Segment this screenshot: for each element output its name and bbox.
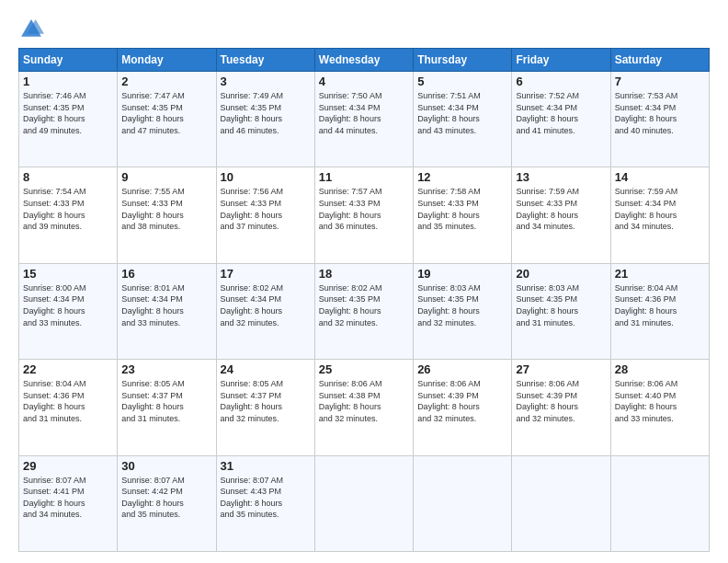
calendar-cell: 9 Sunrise: 7:55 AMSunset: 4:33 PMDayligh…	[118, 167, 216, 263]
cell-text: Sunrise: 7:52 AMSunset: 4:34 PMDaylight:…	[516, 91, 579, 135]
day-number: 8	[23, 170, 113, 184]
cell-text: Sunrise: 7:59 AMSunset: 4:33 PMDaylight:…	[516, 187, 579, 231]
day-number: 5	[417, 75, 507, 88]
day-number: 30	[121, 459, 211, 473]
cell-text: Sunrise: 7:50 AMSunset: 4:34 PMDaylight:…	[319, 91, 382, 135]
calendar-cell: 23 Sunrise: 8:05 AMSunset: 4:37 PMDaylig…	[118, 360, 216, 455]
calendar-cell: 25 Sunrise: 8:06 AMSunset: 4:38 PMDaylig…	[314, 360, 413, 455]
calendar-cell: 29 Sunrise: 8:07 AMSunset: 4:41 PMDaylig…	[19, 455, 118, 551]
cell-text: Sunrise: 8:03 AMSunset: 4:35 PMDaylight:…	[516, 283, 579, 327]
logo	[18, 17, 48, 42]
cell-text: Sunrise: 7:53 AMSunset: 4:34 PMDaylight:…	[615, 91, 678, 135]
calendar-cell: 15 Sunrise: 8:00 AMSunset: 4:34 PMDaylig…	[19, 263, 118, 359]
day-number: 17	[221, 267, 311, 281]
day-number: 24	[221, 362, 311, 376]
cell-text: Sunrise: 8:06 AMSunset: 4:38 PMDaylight:…	[319, 379, 382, 423]
day-number: 19	[417, 267, 507, 281]
cell-text: Sunrise: 8:02 AMSunset: 4:35 PMDaylight:…	[319, 283, 382, 327]
cell-text: Sunrise: 8:07 AMSunset: 4:42 PMDaylight:…	[121, 476, 185, 520]
cell-text: Sunrise: 7:56 AMSunset: 4:33 PMDaylight:…	[221, 187, 284, 231]
day-number: 23	[121, 362, 211, 376]
day-number: 27	[516, 362, 606, 376]
cell-text: Sunrise: 7:59 AMSunset: 4:34 PMDaylight:…	[615, 187, 678, 231]
calendar-cell	[610, 455, 709, 551]
calendar-cell: 16 Sunrise: 8:01 AMSunset: 4:34 PMDaylig…	[118, 263, 216, 359]
day-number: 13	[516, 170, 606, 184]
calendar-cell: 24 Sunrise: 8:05 AMSunset: 4:37 PMDaylig…	[216, 360, 314, 455]
calendar-cell	[512, 455, 610, 551]
cell-text: Sunrise: 8:07 AMSunset: 4:43 PMDaylight:…	[221, 476, 284, 520]
cell-text: Sunrise: 7:47 AMSunset: 4:35 PMDaylight:…	[121, 91, 185, 135]
calendar-cell: 8 Sunrise: 7:54 AMSunset: 4:33 PMDayligh…	[19, 167, 118, 263]
calendar-cell: 6 Sunrise: 7:52 AMSunset: 4:34 PMDayligh…	[512, 72, 610, 167]
day-number: 10	[221, 170, 311, 184]
cell-text: Sunrise: 8:05 AMSunset: 4:37 PMDaylight:…	[121, 379, 185, 423]
calendar-cell: 18 Sunrise: 8:02 AMSunset: 4:35 PMDaylig…	[314, 263, 413, 359]
calendar-cell: 22 Sunrise: 8:04 AMSunset: 4:36 PMDaylig…	[19, 360, 118, 455]
calendar-cell: 30 Sunrise: 8:07 AMSunset: 4:42 PMDaylig…	[118, 455, 216, 551]
day-header-wednesday: Wednesday	[314, 49, 413, 72]
day-number: 6	[516, 75, 606, 88]
cell-text: Sunrise: 7:46 AMSunset: 4:35 PMDaylight:…	[23, 91, 86, 135]
calendar-week-2: 8 Sunrise: 7:54 AMSunset: 4:33 PMDayligh…	[19, 167, 710, 263]
cell-text: Sunrise: 8:06 AMSunset: 4:40 PMDaylight:…	[615, 379, 678, 423]
day-number: 18	[319, 267, 409, 281]
day-header-monday: Monday	[118, 49, 216, 72]
cell-text: Sunrise: 8:02 AMSunset: 4:34 PMDaylight:…	[221, 283, 284, 327]
cell-text: Sunrise: 8:00 AMSunset: 4:34 PMDaylight:…	[23, 283, 86, 327]
day-number: 22	[23, 362, 113, 376]
day-number: 14	[615, 170, 705, 184]
calendar-cell: 28 Sunrise: 8:06 AMSunset: 4:40 PMDaylig…	[610, 360, 709, 455]
day-number: 11	[319, 170, 409, 184]
day-header-friday: Friday	[512, 49, 610, 72]
cell-text: Sunrise: 7:58 AMSunset: 4:33 PMDaylight:…	[417, 187, 481, 231]
calendar-cell	[414, 455, 512, 551]
calendar-table: SundayMondayTuesdayWednesdayThursdayFrid…	[18, 48, 710, 552]
cell-text: Sunrise: 7:55 AMSunset: 4:33 PMDaylight:…	[121, 187, 185, 231]
header-row: SundayMondayTuesdayWednesdayThursdayFrid…	[19, 49, 710, 72]
cell-text: Sunrise: 8:04 AMSunset: 4:36 PMDaylight:…	[615, 283, 678, 327]
day-number: 15	[23, 267, 113, 281]
cell-text: Sunrise: 8:06 AMSunset: 4:39 PMDaylight:…	[516, 379, 579, 423]
calendar-cell: 12 Sunrise: 7:58 AMSunset: 4:33 PMDaylig…	[414, 167, 512, 263]
calendar-cell: 10 Sunrise: 7:56 AMSunset: 4:33 PMDaylig…	[216, 167, 314, 263]
calendar-cell: 1 Sunrise: 7:46 AMSunset: 4:35 PMDayligh…	[19, 72, 118, 167]
day-number: 9	[121, 170, 211, 184]
calendar-week-4: 22 Sunrise: 8:04 AMSunset: 4:36 PMDaylig…	[19, 360, 710, 455]
cell-text: Sunrise: 8:06 AMSunset: 4:39 PMDaylight:…	[417, 379, 481, 423]
cell-text: Sunrise: 7:57 AMSunset: 4:33 PMDaylight:…	[319, 187, 382, 231]
day-number: 20	[516, 267, 606, 281]
calendar-cell: 20 Sunrise: 8:03 AMSunset: 4:35 PMDaylig…	[512, 263, 610, 359]
day-number: 31	[221, 459, 311, 473]
day-number: 1	[23, 75, 113, 88]
day-number: 16	[121, 267, 211, 281]
calendar-cell: 31 Sunrise: 8:07 AMSunset: 4:43 PMDaylig…	[216, 455, 314, 551]
day-number: 21	[615, 267, 705, 281]
calendar-cell	[314, 455, 413, 551]
day-number: 7	[615, 75, 705, 88]
cell-text: Sunrise: 8:07 AMSunset: 4:41 PMDaylight:…	[23, 476, 86, 520]
day-header-sunday: Sunday	[19, 49, 118, 72]
day-number: 25	[319, 362, 409, 376]
calendar-cell: 4 Sunrise: 7:50 AMSunset: 4:34 PMDayligh…	[314, 72, 413, 167]
day-header-thursday: Thursday	[414, 49, 512, 72]
calendar-cell: 13 Sunrise: 7:59 AMSunset: 4:33 PMDaylig…	[512, 167, 610, 263]
cell-text: Sunrise: 7:54 AMSunset: 4:33 PMDaylight:…	[23, 187, 86, 231]
day-header-tuesday: Tuesday	[216, 49, 314, 72]
cell-text: Sunrise: 8:04 AMSunset: 4:36 PMDaylight:…	[23, 379, 86, 423]
calendar-cell: 27 Sunrise: 8:06 AMSunset: 4:39 PMDaylig…	[512, 360, 610, 455]
calendar-cell: 26 Sunrise: 8:06 AMSunset: 4:39 PMDaylig…	[414, 360, 512, 455]
calendar-cell: 21 Sunrise: 8:04 AMSunset: 4:36 PMDaylig…	[610, 263, 709, 359]
cell-text: Sunrise: 8:05 AMSunset: 4:37 PMDaylight:…	[221, 379, 284, 423]
calendar-header: SundayMondayTuesdayWednesdayThursdayFrid…	[19, 49, 710, 72]
cell-text: Sunrise: 7:49 AMSunset: 4:35 PMDaylight:…	[221, 91, 284, 135]
page: SundayMondayTuesdayWednesdayThursdayFrid…	[0, 0, 728, 563]
day-number: 4	[319, 75, 409, 88]
calendar-week-3: 15 Sunrise: 8:00 AMSunset: 4:34 PMDaylig…	[19, 263, 710, 359]
calendar-cell: 11 Sunrise: 7:57 AMSunset: 4:33 PMDaylig…	[314, 167, 413, 263]
day-number: 2	[121, 75, 211, 88]
day-number: 28	[615, 362, 705, 376]
cell-text: Sunrise: 8:01 AMSunset: 4:34 PMDaylight:…	[121, 283, 185, 327]
day-number: 3	[221, 75, 311, 88]
calendar-cell: 17 Sunrise: 8:02 AMSunset: 4:34 PMDaylig…	[216, 263, 314, 359]
